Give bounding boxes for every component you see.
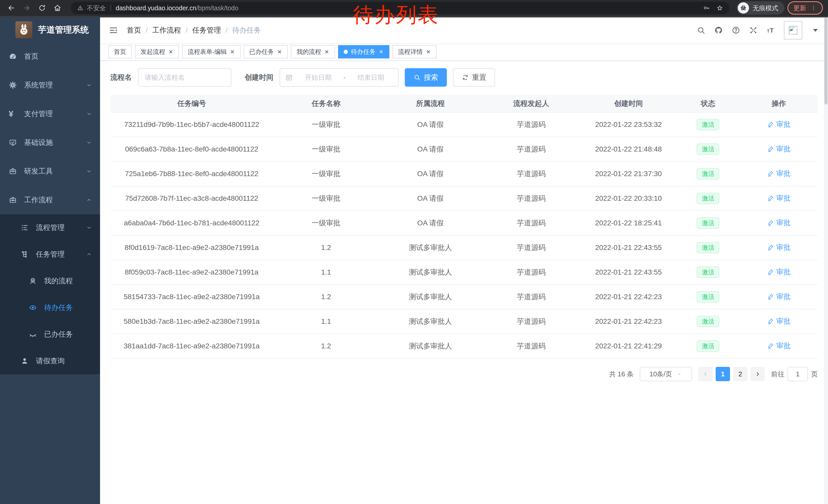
sidebar-item-label: 请假查询 — [36, 356, 65, 366]
help-icon[interactable] — [732, 26, 740, 35]
tab-item[interactable]: 首页 — [108, 45, 132, 58]
font-size-icon[interactable]: TT — [767, 26, 775, 35]
browser-toolbar: 不安全 dashboard.yudao.iocoder.cn /bpm/task… — [0, 0, 828, 17]
cell-process: OA 请假 — [379, 137, 482, 162]
browser-back-icon[interactable] — [5, 4, 17, 12]
sidebar-item-eye[interactable]: 待办任务 — [0, 294, 100, 321]
sidebar: 芋道管理系统 首页系统管理¥支付管理基础设施研发工具工作流程流程管理任务管理我的… — [0, 17, 100, 504]
sidebar-item-toolbox[interactable]: 研发工具 — [0, 157, 100, 186]
breadcrumb: 首页/工作流程/任务管理/待办任务 — [127, 26, 261, 35]
tab-item[interactable]: 流程详情 — [392, 45, 437, 58]
cell-created: 2022-01-22 20:33:10 — [581, 186, 676, 211]
approve-link[interactable]: 审批 — [767, 218, 791, 228]
tab-item[interactable]: 待办任务 — [338, 45, 389, 58]
active-tab-dot — [344, 50, 348, 54]
edit-pencil-icon — [767, 170, 774, 177]
tab-item[interactable]: 流程表单-编辑 — [182, 45, 241, 58]
sidebar-item-dashboard[interactable]: 首页 — [0, 42, 100, 71]
sidebar-item-yen[interactable]: ¥支付管理 — [0, 99, 100, 128]
next-page-button[interactable] — [750, 367, 765, 381]
table-row: 381aa1dd-7ac8-11ec-a9e2-a2380e71991a1.2测… — [110, 334, 818, 358]
search-icon[interactable] — [697, 26, 705, 35]
sidebar-item-tree[interactable]: 流程管理 — [0, 214, 100, 241]
bookmark-star-icon[interactable] — [716, 4, 723, 11]
goto-page-input[interactable] — [787, 367, 808, 381]
breadcrumb-item[interactable]: 工作流程 — [152, 26, 181, 35]
approve-link[interactable]: 审批 — [767, 193, 791, 203]
start-date-placeholder: 开始日期 — [296, 73, 340, 82]
breadcrumb-item[interactable]: 任务管理 — [192, 26, 221, 35]
address-bar[interactable]: 不安全 dashboard.yudao.iocoder.cn /bpm/task… — [71, 2, 730, 14]
approve-link[interactable]: 审批 — [767, 169, 791, 178]
date-range-picker[interactable]: 开始日期 - 结束日期 — [280, 68, 399, 87]
page-number-1[interactable]: 1 — [716, 367, 730, 381]
chevron-down-icon — [86, 139, 92, 146]
edit-pencil-icon — [767, 318, 774, 325]
table-row: 725a1eb6-7b88-11ec-8ef0-acde48001122一级审批… — [110, 162, 818, 186]
github-icon[interactable] — [714, 26, 723, 35]
column-header: 流程发起人 — [482, 95, 581, 112]
user-icon — [20, 357, 29, 365]
avatar[interactable] — [784, 21, 802, 40]
cell-process: OA 请假 — [379, 162, 482, 186]
sidebar-item-gear[interactable]: 系统管理 — [0, 71, 100, 99]
approve-link[interactable]: 审批 — [767, 267, 791, 277]
cell-initiator: 芋道源码 — [482, 309, 581, 334]
breadcrumb-item[interactable]: 首页 — [127, 26, 141, 35]
sidebar-item-face[interactable]: 我的流程 — [0, 268, 100, 294]
end-date-placeholder: 结束日期 — [348, 73, 393, 82]
page-number-2[interactable]: 2 — [733, 367, 747, 381]
browser-forward-icon[interactable] — [20, 4, 33, 12]
sidebar-collapse-icon[interactable] — [108, 25, 119, 35]
browser-menu-icon[interactable] — [810, 5, 817, 11]
approve-link[interactable]: 审批 — [767, 120, 791, 129]
cell-process: OA 请假 — [379, 211, 482, 235]
close-tab-icon[interactable] — [168, 49, 173, 54]
tab-item[interactable]: 已办任务 — [244, 45, 288, 58]
close-tab-icon[interactable] — [426, 49, 431, 54]
goto-page: 前往 页 — [771, 367, 818, 381]
approve-link[interactable]: 审批 — [767, 316, 791, 326]
cell-task-name: 一级审批 — [273, 162, 379, 186]
sidebar-item-user[interactable]: 请假查询 — [0, 348, 100, 374]
sidebar-item-monitor[interactable]: 基础设施 — [0, 128, 100, 157]
process-name-input[interactable] — [138, 68, 232, 87]
password-key-icon[interactable] — [703, 4, 710, 11]
page-content: 流程名 创建时间 开始日期 - 结束日期 搜索 重 — [100, 61, 828, 504]
page-scrollbar[interactable] — [824, 17, 828, 504]
scrollbar-thumb[interactable] — [824, 17, 827, 104]
app-logo-icon — [15, 21, 32, 38]
page-size-select[interactable]: 10条/页 — [640, 367, 692, 381]
approve-link[interactable]: 审批 — [767, 242, 791, 252]
avatar-caret-icon[interactable] — [811, 26, 820, 35]
close-tab-icon[interactable] — [277, 49, 282, 54]
page-size-value: 10条/页 — [650, 370, 672, 379]
tab-item[interactable]: 发起流程 — [135, 45, 179, 58]
close-tab-icon[interactable] — [379, 49, 384, 54]
sidebar-item-flow[interactable]: 任务管理 — [0, 241, 100, 268]
reset-button[interactable]: 重置 — [453, 68, 495, 87]
tab-item[interactable]: 我的流程 — [291, 45, 335, 58]
cell-task-id: 069c6a63-7b8a-11ec-8ef0-acde48001122 — [110, 137, 273, 162]
app-logo-row[interactable]: 芋道管理系统 — [0, 17, 100, 42]
sidebar-item-eye-closed[interactable]: 已办任务 — [0, 321, 100, 348]
browser-update-button[interactable]: 更新 — [787, 1, 823, 15]
cell-task-id: 58154733-7ac8-11ec-a9e2-a2380e71991a — [110, 284, 273, 309]
browser-home-icon[interactable] — [51, 4, 64, 12]
eye-icon — [29, 304, 37, 312]
table-row: 8f059c03-7ac8-11ec-a9e2-a2380e71991a1.1测… — [110, 260, 818, 284]
cell-created: 2022-01-21 22:41:29 — [581, 334, 676, 358]
approve-link[interactable]: 审批 — [767, 341, 791, 351]
sidebar-item-briefcase[interactable]: 工作流程 — [0, 186, 100, 214]
close-tab-icon[interactable] — [324, 49, 329, 54]
search-button[interactable]: 搜索 — [405, 68, 447, 87]
approve-link[interactable]: 审批 — [767, 292, 791, 302]
cell-created: 2022-01-21 22:42:23 — [581, 309, 676, 334]
prev-page-button[interactable] — [698, 367, 713, 381]
browser-refresh-icon[interactable] — [36, 4, 48, 12]
approve-link[interactable]: 审批 — [767, 144, 791, 154]
fullscreen-icon[interactable] — [749, 26, 758, 35]
status-badge: 激活 — [697, 119, 719, 131]
close-tab-icon[interactable] — [230, 49, 235, 54]
edit-pencil-icon — [767, 219, 774, 226]
